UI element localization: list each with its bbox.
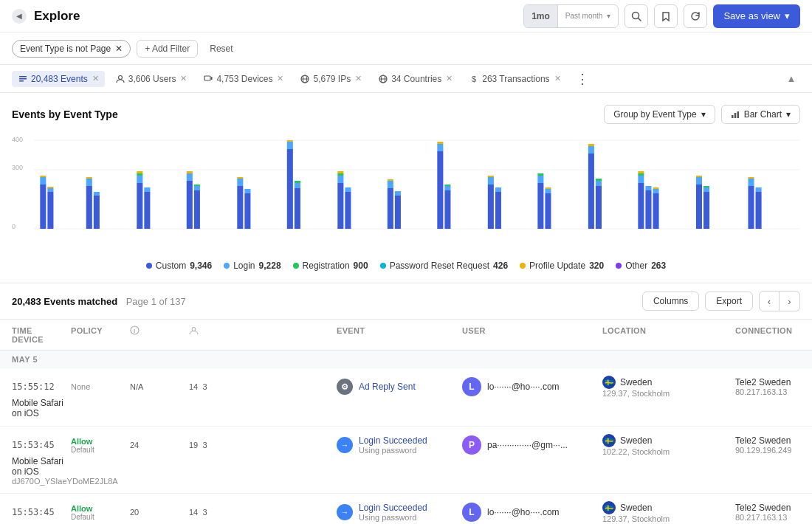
svg-rect-50 xyxy=(244,193,250,229)
svg-rect-61 xyxy=(337,171,343,173)
stat-users-remove[interactable]: ✕ xyxy=(180,74,187,83)
stat-chip-events[interactable]: 20,483 Events ✕ xyxy=(12,71,105,87)
cell-connection: Tele2 Sweden 80.217.163.13 xyxy=(735,377,800,396)
legend-custom-dot xyxy=(146,263,152,269)
prev-page-button[interactable]: ‹ xyxy=(759,291,780,311)
more-stats-button[interactable]: ⋮ xyxy=(571,69,593,89)
stat-countries-remove[interactable]: ✕ xyxy=(446,74,453,83)
col-connection: CONNECTION xyxy=(735,325,800,335)
svg-rect-80 xyxy=(537,183,543,229)
bookmark-icon-btn[interactable] xyxy=(654,4,678,28)
svg-rect-73 xyxy=(444,186,450,190)
stat-transactions-remove[interactable]: ✕ xyxy=(554,74,561,83)
svg-rect-101 xyxy=(696,185,702,229)
svg-rect-63 xyxy=(345,187,351,192)
svg-rect-42 xyxy=(187,173,193,181)
svg-line-1 xyxy=(639,18,641,21)
stat-chip-transactions[interactable]: $ 263 Transactions ✕ xyxy=(463,71,566,87)
col-policy: POLICY xyxy=(71,325,130,335)
svg-rect-16 xyxy=(734,113,736,118)
stat-chip-ips[interactable]: 5,679 IPs ✕ xyxy=(294,71,368,87)
bar-chart-svg: 400 300 0 xyxy=(12,133,800,236)
svg-rect-41 xyxy=(187,181,193,229)
filter-chip-remove[interactable]: ✕ xyxy=(115,44,123,54)
svg-rect-26 xyxy=(40,176,46,177)
svg-rect-45 xyxy=(194,186,200,190)
svg-rect-52 xyxy=(287,149,293,229)
legend-login[interactable]: Login 9,228 xyxy=(224,261,281,271)
time-selector[interactable]: 1mo Past month ▾ xyxy=(523,4,619,28)
table-row[interactable]: 15:53:45 Allow Default 20 14 3 → Login S… xyxy=(0,494,812,524)
stat-events-remove[interactable]: ✕ xyxy=(92,74,99,83)
events-section: 20,483 Events matched Page 1 of 137 Colu… xyxy=(0,283,812,524)
svg-rect-44 xyxy=(194,190,200,229)
columns-button[interactable]: Columns xyxy=(642,292,699,311)
cell-n2: 14 3 xyxy=(189,382,337,391)
svg-text:MON 17: MON 17 xyxy=(280,235,302,236)
stat-devices-remove[interactable]: ✕ xyxy=(277,74,283,83)
next-page-button[interactable]: › xyxy=(780,291,800,311)
chart-area: 400 300 0 xyxy=(12,133,800,255)
svg-rect-62 xyxy=(345,192,351,229)
stat-chip-users[interactable]: 3,606 Users ✕ xyxy=(109,71,193,87)
svg-rect-107 xyxy=(748,186,754,229)
svg-rect-65 xyxy=(388,181,393,188)
events-actions: Columns Export ‹ › xyxy=(642,291,800,311)
event-type-filter-chip[interactable]: Event Type is not Page ✕ xyxy=(12,40,131,58)
svg-rect-96 xyxy=(645,190,651,229)
svg-text:FRI 28: FRI 28 xyxy=(532,235,551,236)
refresh-icon-btn[interactable] xyxy=(684,4,707,28)
save-view-button[interactable]: Save as view ▾ xyxy=(713,4,800,28)
export-button[interactable]: Export xyxy=(705,292,753,311)
svg-text:FRI 14: FRI 14 xyxy=(232,235,250,236)
collapse-stats-button[interactable]: ▲ xyxy=(782,70,800,88)
legend-other[interactable]: Other 263 xyxy=(616,261,666,271)
svg-rect-108 xyxy=(748,179,754,186)
add-filter-button[interactable]: + Add Filter xyxy=(137,40,198,58)
col-device: DEVICE xyxy=(12,335,71,344)
svg-rect-7 xyxy=(211,77,213,80)
svg-rect-15 xyxy=(732,115,734,118)
legend-registration[interactable]: Registration 900 xyxy=(293,261,368,271)
svg-rect-54 xyxy=(287,140,293,142)
chart-legend: Custom 9,346 Login 9,228 Registration 90… xyxy=(12,261,800,271)
svg-text:WED 3: WED 3 xyxy=(633,235,652,236)
svg-rect-99 xyxy=(653,189,659,193)
legend-custom[interactable]: Custom 9,346 xyxy=(146,261,212,271)
filter-bar: Event Type is not Page ✕ + Add Filter Re… xyxy=(0,32,812,65)
chart-type-button[interactable]: Bar Chart ▾ xyxy=(721,105,800,124)
stat-chip-devices[interactable]: 4,753 Devices ✕ xyxy=(197,71,289,87)
table-row[interactable]: 15:53:45 Allow Default 24 19 3 → Login S… xyxy=(0,427,812,494)
svg-rect-72 xyxy=(444,190,450,229)
col-icon2 xyxy=(189,325,337,335)
cell-time: 15:53:45 xyxy=(12,440,71,450)
svg-rect-97 xyxy=(645,186,651,190)
svg-rect-82 xyxy=(537,173,543,176)
svg-rect-46 xyxy=(194,185,200,186)
group-by-button[interactable]: Group by Event Type ▾ xyxy=(604,105,715,124)
cell-user: L lo·······@ho····.com xyxy=(462,377,602,396)
chart-title: Events by Event Type xyxy=(12,108,604,120)
legend-password-reset[interactable]: Password Reset Request 426 xyxy=(380,261,508,271)
svg-rect-104 xyxy=(703,192,709,229)
page-title: Explore xyxy=(34,9,523,24)
stat-chip-countries[interactable]: 34 Countries ✕ xyxy=(372,71,458,87)
svg-rect-98 xyxy=(653,193,659,229)
svg-rect-88 xyxy=(588,144,594,146)
svg-rect-2 xyxy=(19,76,27,77)
svg-text:i: i xyxy=(134,328,136,334)
svg-rect-32 xyxy=(86,177,92,179)
dollar-icon: $ xyxy=(469,74,479,84)
reset-button[interactable]: Reset xyxy=(204,41,238,57)
svg-text:WED 19: WED 19 xyxy=(330,235,352,236)
legend-profile-update[interactable]: Profile Update 320 xyxy=(520,261,604,271)
search-icon-btn[interactable] xyxy=(625,4,648,28)
svg-text:WED 12: WED 12 xyxy=(179,235,202,236)
cell-n2: 14 3 xyxy=(189,508,337,517)
svg-rect-37 xyxy=(137,173,142,176)
table-row[interactable]: 15:55:12 None N/A 14 3 ⚙ Ad Reply Sent L… xyxy=(0,368,812,427)
stat-ips-remove[interactable]: ✕ xyxy=(355,74,362,83)
svg-rect-43 xyxy=(187,171,193,173)
svg-rect-40 xyxy=(144,187,150,192)
col-location: LOCATION xyxy=(602,325,735,335)
